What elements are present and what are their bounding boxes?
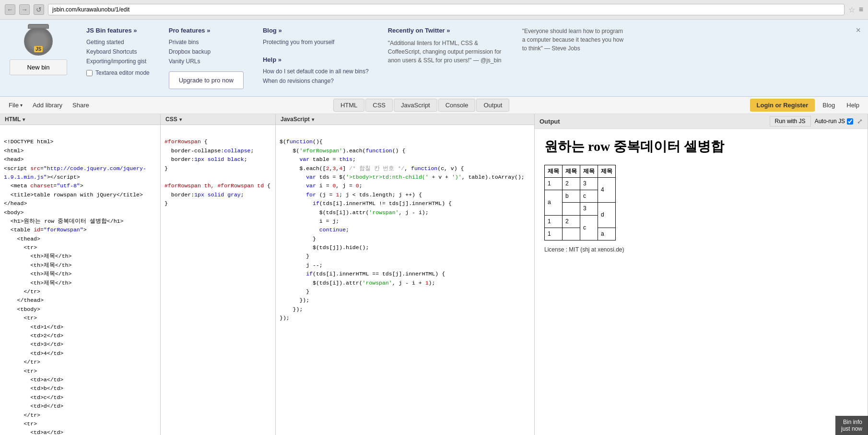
bin-info-line1: Bin info [841, 419, 862, 425]
help-title[interactable]: Help » [263, 56, 369, 63]
file-chevron-icon: ▾ [20, 103, 23, 108]
twitter-title[interactable]: Recently on Twitter » [388, 27, 503, 34]
html-panel: HTML ▾ <!DOCTYPE html> <html> <head> <sc… [0, 114, 161, 435]
js-panel-header[interactable]: JavaScript ▾ [276, 114, 534, 125]
html-editor[interactable]: <!DOCTYPE html> <html> <head> <script sr… [0, 125, 160, 435]
address-bar[interactable] [48, 4, 845, 15]
right-toolbar-area: Login or Register Blog Help [750, 99, 863, 112]
table-cell: a [598, 228, 616, 240]
login-register-button[interactable]: Login or Register [750, 99, 815, 112]
private-bins-link[interactable]: Private bins [169, 39, 244, 46]
help-link-2[interactable]: When do revisions change? [263, 78, 369, 84]
share-button[interactable]: Share [69, 100, 93, 111]
refresh-button[interactable]: ↺ [34, 4, 44, 15]
table-cell: 2 [563, 177, 580, 190]
logo-area: New bin [10, 27, 67, 89]
css-panel: CSS ▾ #forRowspan { border-collapse:coll… [161, 114, 276, 435]
main-toolbar: File ▾ Add library Share HTML CSS JavaSc… [0, 97, 868, 114]
vanity-link[interactable]: Vanity URLs [169, 58, 244, 65]
javascript-panel: JavaScript ▾ $(function(){ $('#forRowspa… [276, 114, 535, 435]
twitter-quote: "Additional linters for HTML, CSS & Coff… [388, 39, 503, 65]
table-header-2: 제목 [563, 165, 580, 177]
dropdown-menu: × New bin JS Bin features » Getting star… [0, 20, 868, 97]
table-header-1: 제목 [545, 165, 563, 177]
table-header-4: 제목 [598, 165, 616, 177]
textarea-mode-checkbox[interactable] [86, 70, 93, 76]
keyboard-shortcuts-link[interactable]: Keyboard Shortcuts [86, 48, 150, 55]
browser-chrome: ← → ↺ ☆ ≡ [0, 0, 868, 20]
center-tabs: HTML CSS JavaScript Console Output [95, 99, 748, 112]
css-panel-header[interactable]: CSS ▾ [161, 114, 275, 125]
tab-output[interactable]: Output [476, 99, 509, 112]
quote-column: "Everyone should learn how to program a … [522, 27, 628, 89]
blog-help-column: Blog » Protecting you from yourself Help… [263, 27, 369, 89]
auto-run-checkbox[interactable] [847, 118, 853, 125]
blog-button[interactable]: Blog [819, 100, 839, 111]
auto-run-label: Auto-run JS [815, 118, 845, 125]
table-cell: 2 [563, 215, 580, 228]
table-cell: a [545, 190, 563, 215]
output-label: Output [540, 118, 560, 125]
exporting-link[interactable]: Exporting/importing gist [86, 58, 150, 65]
table-cell: 1 [545, 215, 563, 228]
auto-run-area: Auto-run JS [815, 118, 853, 125]
table-cell: c [580, 190, 598, 203]
back-button[interactable]: ← [5, 4, 15, 15]
output-license: License : MIT (shj at xenosi.de) [544, 245, 858, 254]
bin-info: Bin info just now [835, 416, 868, 435]
js-editor[interactable]: $(function(){ $('#forRowspan').each(func… [276, 125, 534, 435]
css-chevron-icon: ▾ [179, 117, 182, 122]
menu-icon[interactable]: ≡ [859, 5, 863, 14]
blog-link-1[interactable]: Protecting you from yourself [263, 39, 369, 46]
help-link-1[interactable]: How do I set default code in all new bin… [263, 68, 369, 75]
table-cell: 1 [545, 228, 563, 240]
js-label: JavaScript [281, 116, 310, 123]
table-cell: 4 [598, 177, 616, 202]
tab-console[interactable]: Console [438, 99, 476, 112]
twitter-column: Recently on Twitter » "Additional linter… [388, 27, 503, 89]
getting-started-link[interactable]: Getting started [86, 39, 150, 46]
js-chevron-icon: ▾ [312, 117, 314, 122]
expand-button[interactable]: ⤢ [857, 117, 863, 125]
file-menu-button[interactable]: File ▾ [5, 100, 26, 111]
logo-lid [28, 24, 49, 29]
new-bin-button[interactable]: New bin [10, 59, 67, 75]
quote-text: "Everyone should learn how to program a … [522, 27, 628, 53]
output-panel: Output Run with JS Auto-run JS ⤢ 원하는 row… [535, 114, 868, 435]
dropbox-link[interactable]: Dropbox backup [169, 48, 244, 55]
output-controls: Run with JS Auto-run JS ⤢ [770, 116, 863, 126]
tab-html[interactable]: HTML [333, 99, 364, 112]
table-cell [563, 203, 580, 215]
upgrade-button[interactable]: Upgrade to pro now [169, 71, 244, 89]
output-table: 제목 제목 제목 제목 1 2 3 4 a b [544, 165, 616, 240]
html-panel-header[interactable]: HTML ▾ [0, 114, 160, 125]
run-js-button[interactable]: Run with JS [770, 116, 811, 126]
html-label: HTML [5, 116, 21, 123]
table-row: 1 2 3 4 [545, 177, 616, 190]
tab-javascript[interactable]: JavaScript [394, 99, 437, 112]
table-cell: b [563, 190, 580, 203]
css-editor[interactable]: #forRowspan { border-collapse:collapse; … [161, 125, 275, 435]
output-content: 원하는 row 중복데이터 셀병합 제목 제목 제목 제목 1 2 3 4 [535, 129, 868, 435]
html-chevron-icon: ▾ [23, 117, 25, 122]
star-icon[interactable]: ☆ [848, 5, 855, 14]
pro-features-column: Pro features » Private bins Dropbox back… [169, 27, 244, 89]
blog-title[interactable]: Blog » [263, 27, 369, 34]
table-header-3: 제목 [580, 165, 598, 177]
forward-button[interactable]: → [19, 4, 30, 15]
features-column: JS Bin features » Getting started Keyboa… [86, 27, 150, 89]
table-cell: d [598, 203, 616, 228]
help-button[interactable]: Help [843, 100, 863, 111]
css-label: CSS [165, 116, 177, 123]
editor-area: HTML ▾ <!DOCTYPE html> <html> <head> <sc… [0, 114, 868, 435]
tab-css[interactable]: CSS [365, 99, 393, 112]
output-header: Output Run with JS Auto-run JS ⤢ [535, 114, 868, 129]
close-dropdown-button[interactable]: × [856, 25, 861, 35]
jsbin-logo [24, 27, 53, 56]
features-title[interactable]: JS Bin features » [86, 27, 150, 34]
file-label: File [9, 102, 19, 109]
table-cell: c [580, 215, 598, 240]
add-library-button[interactable]: Add library [29, 100, 66, 111]
textarea-mode-row: Textarea editor mode [86, 69, 150, 76]
pro-title[interactable]: Pro features » [169, 27, 244, 34]
